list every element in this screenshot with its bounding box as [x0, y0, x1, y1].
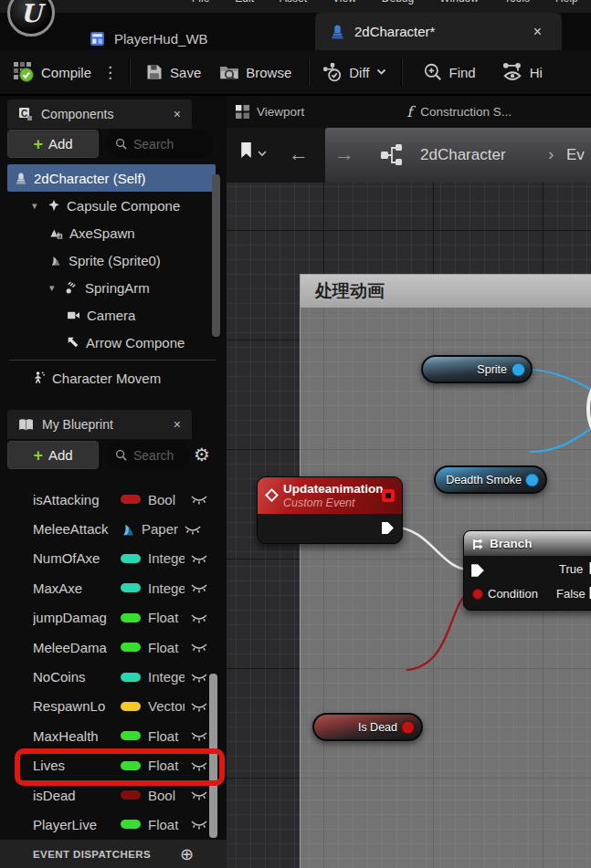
- variable-row[interactable]: MeleeAttackPaper F: [7, 514, 216, 543]
- variable-name: MaxAxe: [33, 580, 121, 596]
- red-highlight-annotation: [15, 748, 225, 786]
- event-delegate-pin[interactable]: [382, 489, 395, 502]
- variable-row[interactable]: NoCoinsInteger: [7, 662, 216, 691]
- component-tree-item[interactable]: Arrow Compone: [7, 329, 216, 356]
- component-tree-item[interactable]: Camera: [7, 301, 216, 329]
- breadcrumb-leaf[interactable]: Ev: [566, 146, 585, 164]
- node-updateanimation-event[interactable]: Updateanimation Custom Event: [257, 476, 403, 544]
- tab-construction-script[interactable]: f Construction S...: [406, 97, 512, 128]
- search-placeholder: Search: [133, 448, 174, 463]
- event-dispatchers-section[interactable]: EVENT DISPATCHERS ⊕: [0, 840, 227, 868]
- components-add-button[interactable]: + Add: [7, 130, 99, 158]
- variable-type-pill: [121, 673, 141, 682]
- menu-item-debug[interactable]: Debug: [382, 0, 414, 5]
- menu-item-help[interactable]: Help: [555, 0, 578, 5]
- menu-item-view[interactable]: View: [332, 0, 356, 5]
- close-icon[interactable]: ×: [174, 417, 181, 432]
- eye-closed-icon[interactable]: [190, 729, 208, 742]
- component-tree-item[interactable]: AxeSpawn: [7, 219, 216, 246]
- variable-type-label: Float: [148, 817, 185, 832]
- variable-type-pill: [121, 643, 141, 652]
- component-tree-item[interactable]: 2dCharacter (Self): [7, 164, 216, 192]
- component-tree-item[interactable]: ▾SpringArm: [7, 274, 216, 301]
- variable-row[interactable]: RespawnLoVector: [7, 692, 216, 721]
- close-icon[interactable]: ×: [174, 107, 181, 121]
- components-search-input[interactable]: Search: [106, 130, 214, 158]
- exec-output-pin[interactable]: [380, 521, 396, 535]
- is-dead-output-pin[interactable]: [402, 721, 414, 733]
- variable-row[interactable]: MaxHealthFloat: [7, 721, 216, 750]
- deadth-smoke-output-pin[interactable]: [526, 474, 538, 486]
- variable-row[interactable]: MaxAxeInteger: [7, 573, 216, 602]
- eye-closed-icon[interactable]: [190, 612, 208, 624]
- eye-closed-icon[interactable]: [190, 641, 208, 654]
- tab-label: PlayerHud_WB: [114, 31, 208, 47]
- variable-name: MeleeDama: [33, 640, 121, 655]
- expander-arrow-icon[interactable]: ▾: [49, 282, 58, 294]
- bookmark-chevron-icon[interactable]: [258, 151, 267, 157]
- plus-icon: +: [33, 136, 43, 152]
- tab-viewport[interactable]: Viewport: [236, 97, 304, 128]
- viewport-tab-label: Viewport: [257, 105, 304, 119]
- diff-button[interactable]: Diff: [322, 57, 385, 88]
- eye-closed-icon[interactable]: [190, 581, 208, 594]
- eye-closed-icon[interactable]: [190, 818, 208, 831]
- component-tree-item[interactable]: Sprite (Sprite0): [7, 246, 216, 274]
- eye-closed-icon[interactable]: [190, 789, 208, 801]
- branch-true-label: True: [559, 562, 583, 576]
- close-icon[interactable]: ×: [533, 24, 542, 40]
- menu-item-edit[interactable]: Edit: [235, 0, 254, 5]
- back-arrow-icon[interactable]: ←: [289, 142, 309, 166]
- menu-bar: FileEditAssetViewDebugWindowToolsHelp: [0, 0, 591, 13]
- node-label: Sprite: [477, 363, 507, 376]
- expander-arrow-icon[interactable]: ▾: [32, 200, 41, 212]
- tab-playerhud-wb[interactable]: PlayerHud_WB: [90, 31, 208, 47]
- browse-button[interactable]: Browse: [219, 57, 291, 88]
- node-sprite-getter[interactable]: Sprite: [421, 355, 533, 383]
- component-tree-item[interactable]: ▾Capsule Compone: [7, 192, 216, 219]
- menu-item-file[interactable]: File: [192, 0, 209, 5]
- bookmark-icon[interactable]: [239, 141, 253, 159]
- variable-row[interactable]: jumpDamagFloat: [7, 603, 216, 633]
- variable-name: MeleeAttack: [33, 521, 121, 537]
- branch-condition-pin[interactable]: [472, 589, 483, 600]
- find-button[interactable]: Find: [423, 57, 476, 88]
- variable-row[interactable]: isAttackingBool: [7, 485, 216, 514]
- compile-options-kebab-icon[interactable]: ⋮: [102, 63, 118, 82]
- eye-closed-icon[interactable]: [190, 493, 208, 506]
- sprite-output-pin[interactable]: [512, 363, 524, 375]
- blueprint-graph-canvas[interactable]: 处理动画 Sprite Deadth Smoke Updateanimation: [227, 183, 591, 868]
- node-deadth-smoke-getter[interactable]: Deadth Smoke: [434, 465, 547, 494]
- compile-button[interactable]: Compile: [13, 57, 91, 88]
- component-tree-item[interactable]: Character Movem: [7, 364, 216, 392]
- add-event-dispatcher-icon[interactable]: ⊕: [180, 844, 194, 864]
- eye-closed-icon[interactable]: [190, 700, 208, 713]
- menu-item-window[interactable]: Window: [439, 0, 479, 5]
- node-is-dead-getter[interactable]: Is Dead: [312, 713, 423, 741]
- menu-item-asset[interactable]: Asset: [280, 0, 307, 5]
- gear-icon[interactable]: ⚙: [194, 444, 210, 465]
- variable-row[interactable]: MeleeDamaFloat: [7, 633, 216, 662]
- branch-exec-input-pin[interactable]: [470, 563, 486, 578]
- tab-2dcharacter[interactable]: 2dCharacter* ×: [315, 13, 562, 50]
- components-panel-tab[interactable]: C Components ×: [7, 99, 192, 129]
- variable-name: isDead: [33, 788, 121, 803]
- eye-closed-icon[interactable]: [184, 523, 202, 536]
- variable-row[interactable]: PlayerLiveFloat: [7, 810, 216, 839]
- my-blueprint-add-button[interactable]: + Add: [7, 441, 99, 469]
- my-blueprint-search-input[interactable]: Search: [106, 441, 190, 469]
- forward-arrow-icon[interactable]: →: [334, 142, 354, 166]
- pawn-blueprint-icon: [330, 24, 345, 40]
- variable-row[interactable]: NumOfAxeInteger: [7, 544, 216, 573]
- eye-closed-icon[interactable]: [190, 671, 208, 684]
- save-button[interactable]: Save: [145, 57, 201, 88]
- my-blueprint-panel-tab[interactable]: My Blueprint ×: [7, 410, 192, 439]
- comment-title[interactable]: 处理动画: [301, 275, 591, 308]
- menu-item-tools[interactable]: Tools: [504, 0, 530, 5]
- variable-type-pill: [121, 731, 141, 740]
- hide-unrelated-button[interactable]: Hi: [501, 57, 543, 88]
- eye-closed-icon[interactable]: [190, 552, 208, 565]
- components-scrollbar[interactable]: [212, 174, 220, 337]
- breadcrumb-root[interactable]: 2dCharacter: [420, 146, 506, 164]
- node-branch[interactable]: Branch Condition True False: [463, 530, 591, 611]
